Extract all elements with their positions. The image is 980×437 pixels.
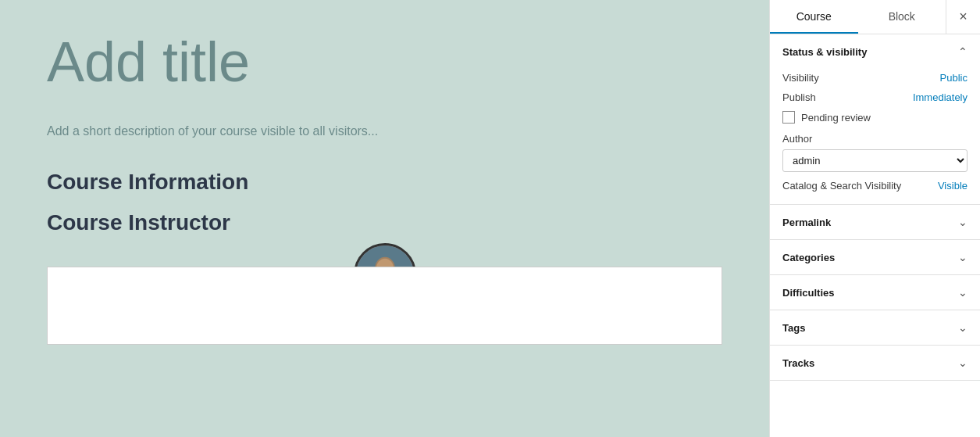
chevron-down-icon: ⌄ bbox=[958, 286, 968, 299]
editor-area: Add title Add a short description of you… bbox=[0, 0, 769, 437]
tracks-section[interactable]: Tracks ⌄ bbox=[770, 346, 980, 381]
difficulties-title: Difficulties bbox=[782, 287, 834, 299]
catalog-row: Catalog & Search Visibility Visible bbox=[782, 180, 968, 192]
author-select[interactable]: admin bbox=[782, 149, 968, 172]
publish-label: Publish bbox=[782, 91, 816, 103]
sidebar: Course Block × Status & visibility ⌃ Vis… bbox=[769, 0, 980, 437]
chevron-down-icon: ⌄ bbox=[958, 251, 968, 263]
permalink-title: Permalink bbox=[782, 217, 831, 228]
tab-block[interactable]: Block bbox=[858, 1, 946, 34]
tags-section[interactable]: Tags ⌄ bbox=[770, 310, 980, 346]
chevron-down-icon: ⌄ bbox=[958, 356, 968, 369]
categories-title: Categories bbox=[782, 252, 835, 263]
visibility-value[interactable]: Public bbox=[940, 72, 968, 84]
pending-review-label: Pending review bbox=[801, 112, 871, 124]
author-label: Author bbox=[782, 133, 968, 145]
chevron-down-icon: ⌄ bbox=[958, 321, 968, 334]
sidebar-header: Course Block × bbox=[770, 0, 980, 34]
pending-review-row: Pending review bbox=[782, 111, 968, 124]
title-placeholder[interactable]: Add title bbox=[47, 31, 722, 93]
catalog-label: Catalog & Search Visibility bbox=[782, 180, 901, 192]
status-visibility-title: Status & visibility bbox=[782, 46, 867, 58]
description-placeholder[interactable]: Add a short description of your course v… bbox=[47, 124, 722, 138]
publish-value[interactable]: Immediately bbox=[913, 91, 968, 103]
status-visibility-content: Visibility Public Publish Immediately Pe… bbox=[770, 69, 980, 204]
author-field: Author admin bbox=[782, 133, 968, 180]
difficulties-section[interactable]: Difficulties ⌄ bbox=[770, 275, 980, 310]
course-instructor-heading: Course Instructor bbox=[47, 210, 722, 235]
pending-review-checkbox[interactable] bbox=[782, 111, 795, 124]
chevron-down-icon: ⌄ bbox=[958, 216, 968, 228]
status-visibility-header[interactable]: Status & visibility ⌃ bbox=[770, 34, 980, 69]
permalink-section[interactable]: Permalink ⌄ bbox=[770, 205, 980, 240]
visibility-label: Visibility bbox=[782, 72, 819, 84]
instructor-card bbox=[47, 267, 722, 345]
close-button[interactable]: × bbox=[946, 0, 980, 34]
tab-course[interactable]: Course bbox=[770, 1, 858, 34]
chevron-up-icon: ⌃ bbox=[958, 45, 968, 58]
publish-row: Publish Immediately bbox=[782, 91, 968, 103]
catalog-value[interactable]: Visible bbox=[938, 180, 968, 192]
course-information-heading: Course Information bbox=[47, 170, 722, 195]
visibility-row: Visibility Public bbox=[782, 72, 968, 84]
tags-title: Tags bbox=[782, 322, 805, 334]
categories-section[interactable]: Categories ⌄ bbox=[770, 240, 980, 275]
status-visibility-section: Status & visibility ⌃ Visibility Public … bbox=[770, 34, 980, 205]
course-instructor-section: Course Instructor bbox=[47, 210, 722, 345]
tracks-title: Tracks bbox=[782, 357, 814, 369]
